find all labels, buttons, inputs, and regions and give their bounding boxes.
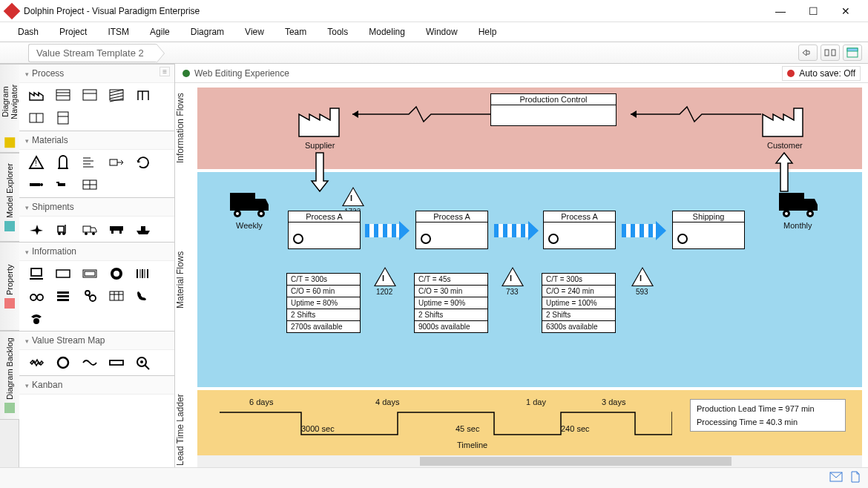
pal-doublebox-icon[interactable] [80, 266, 99, 282]
pal-ship-icon[interactable] [134, 221, 153, 237]
pal-pallet-icon[interactable] [107, 221, 126, 237]
autosave-status[interactable]: Auto save: Off [782, 66, 861, 81]
menu-team[interactable]: Team [274, 24, 317, 40]
svg-rect-37 [119, 231, 122, 234]
pal-warning-icon[interactable]: ! [27, 154, 46, 171]
pal-rail-icon[interactable] [27, 177, 46, 193]
pal-cycle-icon[interactable] [134, 154, 153, 171]
pal-splitbox-icon[interactable] [27, 110, 46, 126]
pal-bar-icon[interactable] [107, 355, 126, 371]
shipping-box[interactable]: Shipping [672, 211, 745, 249]
inv-3[interactable]: I [502, 267, 524, 286]
pal-shelf-icon[interactable] [80, 177, 99, 193]
svg-rect-32 [83, 226, 91, 232]
mail-icon[interactable] [829, 472, 843, 484]
main: Diagram Navigator Model Explorer Propert… [0, 64, 868, 467]
pal-gate-icon[interactable] [134, 88, 153, 104]
pal-plane-icon[interactable] [27, 221, 46, 237]
menu-view[interactable]: View [234, 24, 274, 40]
pal-arrowbox-icon[interactable] [107, 154, 126, 171]
rail-diagram-backlog[interactable]: Diagram Backlog [0, 331, 19, 420]
supplier-shape[interactable] [297, 104, 342, 138]
pal-cart-icon[interactable] [53, 177, 73, 193]
pal-lines-icon[interactable] [80, 154, 99, 171]
pal-head-materials[interactable]: Materials [19, 131, 174, 150]
production-control[interactable]: Production Control [490, 93, 617, 126]
breadcrumb[interactable]: Value Stream Template 2 [28, 44, 157, 62]
pal-more-icon[interactable]: ≡ [160, 67, 170, 76]
pal-truck-icon[interactable] [80, 221, 99, 237]
pal-burst-icon[interactable] [27, 355, 46, 371]
pal-barcode-icon[interactable] [134, 266, 153, 282]
lt-6d: 6 days [249, 398, 273, 406]
menu-help[interactable]: Help [468, 24, 507, 40]
pal-telephone-icon[interactable] [27, 310, 46, 326]
pal-tallbox-icon[interactable] [53, 110, 73, 126]
menu-diagram[interactable]: Diagram [180, 24, 234, 40]
minimize-button[interactable]: — [764, 0, 797, 22]
h-scrollbar[interactable] [197, 455, 862, 467]
inv-4[interactable]: I [631, 267, 654, 286]
inv-1[interactable]: I [342, 187, 364, 206]
rail-property[interactable]: Property [0, 242, 19, 331]
pal-table-icon[interactable] [107, 288, 126, 304]
pal-dotcircle-icon[interactable] [107, 266, 126, 282]
process-2[interactable]: Process A [415, 211, 488, 249]
pal-phone-icon[interactable] [134, 288, 153, 304]
announce-icon[interactable] [798, 44, 818, 61]
pal-lens-icon[interactable] [134, 355, 153, 371]
databox-1[interactable]: C/T = 300sC/O = 60 minUptime = 80%2 Shif… [286, 273, 361, 333]
pal-head-kanban[interactable]: Kanban [19, 375, 174, 395]
h-scroll-thumb[interactable] [420, 457, 731, 466]
pal-rect-icon[interactable] [53, 266, 73, 282]
pal-buffer-icon[interactable] [53, 154, 73, 171]
inv-2[interactable]: I [374, 267, 396, 286]
lb-2: 45 sec [456, 424, 479, 433]
menu-modeling[interactable]: Modeling [358, 24, 415, 40]
close-button[interactable]: ✕ [829, 0, 862, 22]
rail-model-explorer[interactable]: Model Explorer [0, 153, 19, 242]
arrow-customer-to-pc [620, 105, 761, 128]
pal-workstation-icon[interactable] [27, 266, 46, 282]
svg-point-74 [260, 212, 263, 215]
maximize-button[interactable]: ☐ [797, 0, 829, 22]
menu-tools[interactable]: Tools [317, 24, 358, 40]
truck-monthly[interactable] [776, 188, 821, 220]
pal-process-icon[interactable] [80, 88, 99, 104]
process-1[interactable]: Process A [288, 211, 361, 249]
svg-rect-28 [58, 226, 64, 232]
pal-head-vsm[interactable]: Value Stream Map [19, 331, 174, 350]
fit-icon[interactable] [821, 44, 840, 61]
pal-person-icon[interactable] [80, 288, 99, 304]
pal-head-information[interactable]: Information [19, 242, 174, 261]
menu-project[interactable]: Project [49, 24, 97, 40]
databox-3[interactable]: C/T = 300sC/O = 240 minUptime = 100%2 Sh… [542, 273, 616, 333]
customer-shape[interactable] [761, 104, 806, 138]
svg-rect-66 [110, 360, 123, 365]
truck-weekly[interactable] [227, 188, 272, 220]
databox-2[interactable]: C/T = 45sC/O = 30 minUptime = 90%2 Shift… [414, 273, 488, 333]
svg-line-59 [88, 295, 91, 297]
summary-box[interactable]: Production Lead Time = 977 min Processin… [690, 399, 846, 432]
arrow-pc-to-supplier [342, 105, 490, 128]
diagram-canvas[interactable]: Information Flows Material Flows Lead Ti… [175, 83, 868, 467]
pal-head-process[interactable]: Process≡ [19, 64, 174, 83]
menu-itsm[interactable]: ITSM [97, 24, 139, 40]
rail-diagram-navigator[interactable]: Diagram Navigator [0, 64, 19, 153]
doc-icon[interactable] [850, 471, 861, 485]
pal-ring-icon[interactable] [53, 355, 73, 371]
menu-agile[interactable]: Agile [139, 24, 180, 40]
panel-icon[interactable] [843, 44, 862, 61]
svg-rect-38 [141, 226, 145, 231]
pal-hatch-icon[interactable] [107, 88, 126, 104]
pal-stack-icon[interactable] [53, 288, 73, 304]
process-3[interactable]: Process A [543, 211, 616, 249]
pal-wave-icon[interactable] [80, 355, 99, 371]
pal-databox-icon[interactable] [53, 88, 73, 104]
menu-window[interactable]: Window [415, 24, 468, 40]
pal-glasses-icon[interactable] [27, 288, 46, 304]
menu-dash[interactable]: Dash [7, 24, 49, 40]
pal-forklift-icon[interactable] [53, 221, 73, 237]
pal-head-shipments[interactable]: Shipments [19, 197, 174, 217]
pal-factory-icon[interactable] [27, 88, 46, 104]
